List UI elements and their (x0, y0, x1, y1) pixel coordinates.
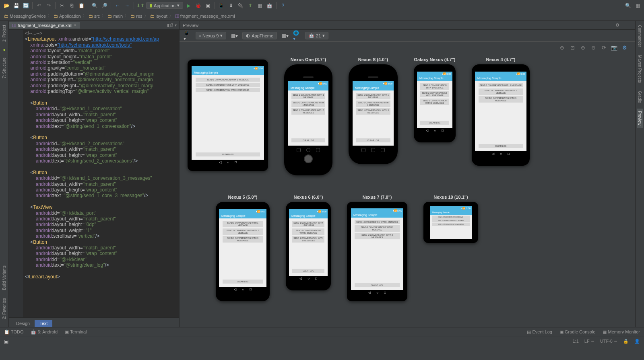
android-icon[interactable]: 🤖 (266, 2, 274, 10)
settings-icon[interactable]: ▦ (634, 2, 642, 10)
copy-icon[interactable]: ⎘ (68, 2, 76, 10)
preview-options-icon[interactable]: ⚙ (621, 44, 628, 51)
line-ending[interactable]: LF ≑ (584, 339, 594, 344)
design-text-tabs: Design Text (9, 317, 179, 327)
replace-icon[interactable]: 🔎 (100, 2, 108, 10)
preview-canvas[interactable]: ⊕ ⊡ ⊕ ⊖ ⟳ 📷 ⚙ ▾📶 5:00 Messaging Sample (180, 42, 635, 327)
screenshot-icon[interactable]: 📷 (611, 44, 617, 51)
forward-icon[interactable]: → (123, 2, 131, 10)
tab-text[interactable]: Text (35, 320, 52, 327)
tab-menu-icon[interactable]: ▾ (175, 23, 177, 27)
editor-tab-file[interactable]: ◫fragment_message_me.xml× (9, 22, 80, 29)
preview-settings-icon[interactable]: ⚙ (613, 21, 621, 29)
lock-icon[interactable]: 🔒 (623, 339, 629, 344)
device-preview: Nexus 6 (6.0") ▾📶 5:00 Messaging Sample … (286, 195, 331, 301)
device-preview: Nexus One (3.7") ▾📶 5:00 Messaging Sampl… (284, 57, 332, 175)
gradle-icon[interactable]: ⬆ (246, 2, 254, 10)
device-grid: ▾📶 5:00 Messaging Sample SEND 1 CONVERSA… (188, 57, 627, 301)
tab-design[interactable]: Design (11, 320, 35, 327)
help-icon[interactable]: ? (279, 2, 287, 10)
run-config-combo[interactable]: ▮Application▾ (146, 2, 183, 9)
rail-favorites[interactable]: 2: Favorites (1, 296, 7, 321)
locale-icon[interactable]: 🌐▾ (293, 32, 301, 40)
crumb-src[interactable]: 🗀src (89, 14, 100, 19)
rail-build-variants[interactable]: Build Variants (1, 263, 7, 292)
crumb-file[interactable]: ◫fragment_message_me.xml (175, 13, 235, 19)
rail-maven[interactable]: Maven Projects (637, 53, 643, 85)
file-encoding[interactable]: UTF-8 ≑ (600, 339, 617, 344)
status-bar: ▣ 1:1 LF ≑ UTF-8 ≑ 🔒 👤 (0, 337, 644, 346)
theme-combo[interactable]: ◐ AppTheme (242, 32, 277, 39)
hector-icon[interactable]: 👤 (634, 339, 640, 344)
bottom-gradle-console[interactable]: ▣ Gradle Console (559, 329, 596, 335)
avd-icon[interactable]: 📱 (217, 2, 225, 10)
crumb-module[interactable]: 🗀Application (54, 14, 81, 19)
editor-column: ◫fragment_message_me.xml× ◧3 ▾ <!--...--… (9, 21, 180, 327)
crumb-layout[interactable]: 🗀layout (150, 14, 167, 19)
editor-gutter (9, 30, 23, 317)
run-icon[interactable]: ▶ (185, 2, 193, 10)
device-preview: Nexus 7 (7.0") ▾📶 5:00 Messaging Sample … (347, 195, 407, 301)
zoom-actual-icon[interactable]: ⊕ (580, 44, 586, 51)
bottom-tool-bar: 📋 TODO 🤖 6: Android ▣ Terminal ▤ Event L… (0, 327, 644, 337)
caret-position: 1:1 (573, 339, 579, 344)
zoom-in-icon[interactable]: ⊕ (559, 44, 565, 51)
preview-toolbar: 📱▾ ▫ Nexus 9 ▾ ▦▾ ◐ AppTheme ▦▾ 🌐▾ 🤖21▾ (180, 30, 635, 42)
api-combo[interactable]: 🤖21▾ (305, 32, 328, 39)
code-editor[interactable]: <!--...--> <LinearLayout xmlns:android="… (9, 30, 179, 317)
close-tab-icon[interactable]: × (74, 23, 76, 27)
device-preview: ▾📶 5:00 Messaging Sample SEND 1 CONVERSA… (188, 57, 268, 175)
preview-title: Preview (183, 23, 198, 28)
refresh-icon[interactable]: ⟳ (601, 44, 607, 51)
orientation-icon[interactable]: 📱▾ (184, 32, 192, 40)
device-preview: Galaxy Nexus (4.7") ▾📶 5:00 Messaging Sa… (414, 57, 456, 175)
device-preview: Nexus 5 (5.0") ▾📶 5:00 Messaging Sample … (216, 195, 270, 301)
device-combo[interactable]: ▫ Nexus 9 ▾ (196, 32, 226, 39)
crumb-main[interactable]: 🗀main (107, 14, 123, 19)
make-icon[interactable]: ⬇⬆ (136, 2, 144, 10)
bottom-todo[interactable]: 📋 TODO (4, 329, 23, 335)
zoom-out-icon[interactable]: ⊖ (590, 44, 597, 51)
monitor-icon[interactable]: 🔌 (237, 2, 245, 10)
save-icon[interactable]: 💾 (12, 2, 20, 10)
paste-icon[interactable]: 📋 (77, 2, 85, 10)
preview-panel: Preview ⚙ — 📱▾ ▫ Nexus 9 ▾ ▦▾ ◐ AppTheme… (180, 21, 635, 327)
crumb-res[interactable]: 🗀res (130, 14, 142, 19)
zoom-fit-icon[interactable]: ⊡ (569, 44, 576, 51)
structure-icon[interactable]: ▦ (256, 2, 264, 10)
tool-windows-icon[interactable]: ▣ (4, 339, 8, 344)
debug-icon[interactable]: 🐞 (194, 2, 202, 10)
rail-structure[interactable]: 7: Structure (1, 55, 7, 81)
sync-icon[interactable]: 🔄 (22, 2, 30, 10)
bottom-event-log[interactable]: ▤ Event Log (527, 329, 552, 335)
bottom-memory-monitor[interactable]: ▦ Memory Monitor (603, 329, 640, 335)
rail-gradle[interactable]: Gradle (637, 88, 643, 105)
variant-icon[interactable]: ▦▾ (281, 32, 289, 40)
redo-icon[interactable]: ↷ (45, 2, 53, 10)
device-preview: Nexus S (4.0") ▾📶 5:00 Messaging Sample … (349, 57, 398, 175)
rail-preview[interactable]: Preview (637, 109, 643, 128)
right-tool-rail: Commander Maven Projects Gradle Preview (635, 21, 644, 327)
bottom-android[interactable]: 🤖 6: Android (31, 329, 58, 335)
rail-project[interactable]: 1: Project (1, 23, 7, 44)
bottom-terminal[interactable]: ▣ Terminal (65, 329, 87, 335)
search-everywhere-icon[interactable]: 🔍 (624, 2, 632, 10)
device-preview: Nexus 4 (4.7") ▾📶 5:00 Messaging Sample … (472, 57, 530, 175)
editor-tabs: ◫fragment_message_me.xml× ◧3 ▾ (9, 21, 179, 30)
left-tool-rail: 1: Project ● 7: Structure Build Variants… (0, 21, 9, 327)
preview-hide-icon[interactable]: — (624, 21, 632, 29)
rail-commander[interactable]: Commander (637, 23, 643, 49)
find-icon[interactable]: 🔍 (91, 2, 99, 10)
crumb-project[interactable]: 🗀MessagingService (4, 14, 46, 19)
undo-icon[interactable]: ↶ (35, 2, 43, 10)
stop-icon[interactable]: ▣ (204, 2, 212, 10)
config-icon[interactable]: ▦▾ (230, 32, 238, 40)
cut-icon[interactable]: ✂ (58, 2, 66, 10)
device-preview: Nexus 10 (10.1") ▾📶 5:00 Messaging Sampl… (423, 195, 478, 301)
navigation-breadcrumb: 🗀MessagingService〉 🗀Application〉 🗀src〉 🗀… (0, 11, 644, 21)
tab-indicator: ◧3 (167, 23, 173, 27)
back-icon[interactable]: ← (114, 2, 122, 10)
sdk-icon[interactable]: ⬇ (227, 2, 235, 10)
open-icon[interactable]: 📂 (2, 2, 10, 10)
main-toolbar: 📂 💾 🔄 ↶ ↷ ✂ ⎘ 📋 🔍 🔎 ← → ⬇⬆ ▮Application▾… (0, 0, 644, 11)
